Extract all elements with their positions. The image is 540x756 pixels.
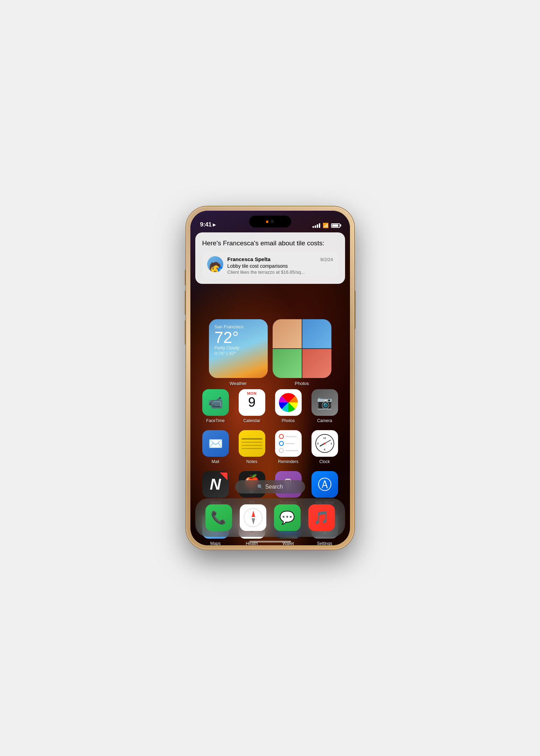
volume-down-button[interactable] (185, 320, 186, 345)
dynamic-island (249, 216, 291, 227)
news-corner-accent (220, 472, 227, 480)
compass-south (252, 518, 255, 525)
power-button[interactable] (354, 290, 356, 329)
notes-icon (239, 430, 265, 457)
signal-bar-3 (317, 224, 318, 228)
weather-widget[interactable]: San Francisco 72° Partly Cloudy H:78° L:… (209, 319, 268, 378)
clock-display: 9:41 (200, 221, 212, 228)
safari-compass (244, 508, 262, 527)
maps-label: Maps (210, 541, 220, 545)
weather-widget-container: San Francisco 72° Partly Cloudy H:78° L:… (209, 319, 268, 386)
notes-line-3 (241, 445, 262, 446)
home-indicator (249, 541, 291, 542)
mail-badge-icon: ✉ (218, 267, 223, 272)
calendar-icon: MON 9 (239, 389, 265, 416)
notes-content (239, 435, 265, 453)
di-orange-dot (266, 220, 268, 223)
phone-frame-wrapper: 9:41 ▶ 📶 (186, 206, 354, 550)
reminder-line-1 (279, 434, 297, 439)
clock-center-dot (324, 443, 325, 444)
reminder-bar-2 (286, 443, 295, 444)
app-item-facetime[interactable]: 📹 FaceTime (197, 389, 234, 423)
facetime-symbol: 📹 (208, 396, 223, 410)
app-item-reminders[interactable]: Reminders (270, 430, 307, 464)
siri-response-card: Here's Francesca's email about tile cost… (195, 232, 345, 284)
reminders-icon (275, 430, 302, 457)
reminders-label: Reminders (278, 459, 298, 464)
di-camera-dot (271, 220, 274, 223)
status-time: 9:41 ▶ (200, 221, 216, 228)
photos-cell-2 (302, 319, 331, 348)
app-item-clock[interactable]: 12 6 3 9 Clock (307, 430, 343, 464)
reminder-bar-1 (286, 436, 297, 437)
app-item-calendar[interactable]: MON 9 Calendar (234, 389, 270, 423)
mute-button[interactable] (185, 270, 186, 285)
weather-widget-label: Weather (230, 381, 247, 386)
battery-fill (332, 224, 338, 227)
appstore-icon: Ⓐ (311, 471, 338, 498)
phone-icon: 📞 (205, 504, 232, 531)
reminder-line-2 (279, 441, 295, 446)
clock-face: 12 6 3 9 (315, 434, 334, 453)
email-preview-card[interactable]: 🧑 ✉ Francesca Spelta 9/2/24 Lobby tile c… (202, 252, 338, 279)
email-content: Francesca Spelta 9/2/24 Lobby tile cost … (227, 256, 333, 275)
clock-label: Clock (319, 459, 330, 464)
reminder-circle-1 (279, 434, 284, 439)
volume-up-button[interactable] (185, 290, 186, 315)
notes-line-1 (241, 438, 262, 440)
camera-symbol: 📷 (317, 395, 332, 410)
email-date: 9/2/24 (320, 257, 333, 262)
widget-row: San Francisco 72° Partly Cloudy H:78° L:… (190, 319, 350, 386)
phone-symbol: 📞 (211, 510, 226, 525)
app-item-camera[interactable]: 📷 Camera (307, 389, 343, 423)
compass-north (252, 511, 255, 517)
mail-icon: ✉️ (202, 430, 229, 457)
facetime-label: FaceTime (206, 418, 225, 423)
safari-icon (240, 504, 266, 531)
reminder-bar-3 (286, 450, 298, 451)
photos-cell-4 (302, 349, 331, 378)
phone-body: 9:41 ▶ 📶 (186, 206, 354, 550)
reminder-line-3 (279, 448, 298, 453)
search-icon: 🔍 (257, 484, 263, 490)
calendar-day: 9 (248, 396, 255, 409)
siri-response-text: Here's Francesca's email about tile cost… (202, 239, 338, 248)
messages-icon: 💬 (274, 504, 301, 531)
app-item-mail[interactable]: ✉️ Mail (197, 430, 234, 464)
dock: 📞 💬 (195, 498, 345, 537)
dock-item-music[interactable]: 🎵 (308, 504, 335, 531)
camera-icon: 📷 (311, 389, 338, 416)
status-icons: 📶 (313, 223, 340, 228)
photos-widget-container: Photos (273, 319, 331, 386)
search-bar[interactable]: 🔍 Search (235, 480, 305, 493)
dock-item-safari[interactable] (240, 504, 266, 531)
reminders-content (279, 434, 298, 453)
app-item-photos[interactable]: Photos (270, 389, 307, 423)
dock-item-phone[interactable]: 📞 (205, 504, 232, 531)
mail-symbol: ✉️ (208, 436, 223, 450)
photos-logo (279, 393, 298, 412)
reminder-circle-2 (279, 441, 284, 446)
calendar-label: Calendar (243, 418, 260, 423)
location-icon: ▶ (213, 223, 216, 227)
messages-symbol: 💬 (279, 510, 295, 525)
app-item-notes[interactable]: Notes (234, 430, 270, 464)
wifi-icon: 📶 (323, 223, 329, 228)
dock-item-messages[interactable]: 💬 (274, 504, 301, 531)
notes-line-2 (241, 442, 262, 443)
search-label: Search (265, 484, 283, 490)
email-subject: Lobby tile cost comparisons (227, 263, 333, 269)
settings-label: Settings (317, 541, 332, 545)
photos-widget[interactable] (273, 319, 331, 378)
signal-strength (313, 223, 320, 228)
photos-label: Photos (282, 418, 295, 423)
facetime-icon: 📹 (202, 389, 229, 416)
mail-label: Mail (211, 459, 219, 464)
notes-label: Notes (246, 459, 257, 464)
email-header: Francesca Spelta 9/2/24 (227, 256, 333, 262)
music-symbol: 🎵 (314, 510, 329, 525)
clock-icon: 12 6 3 9 (311, 430, 338, 457)
siri-response: Here's Francesca's email about tile cost… (195, 232, 345, 284)
news-icon: N (202, 471, 229, 498)
photos-cell-3 (273, 349, 302, 378)
